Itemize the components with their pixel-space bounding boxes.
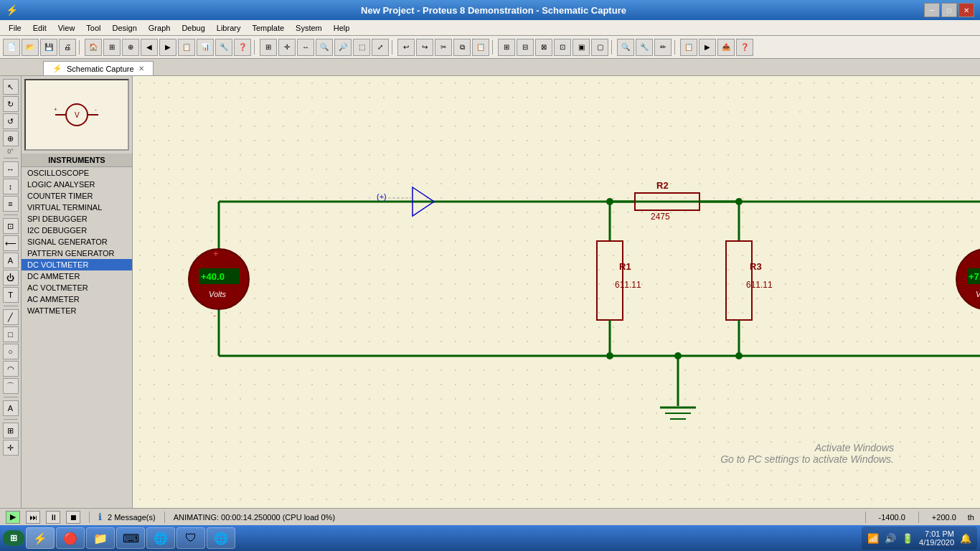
export-btn[interactable]: 📤 — [717, 39, 735, 56]
zoom-fit[interactable]: ⤢ — [372, 39, 389, 56]
help-btn[interactable]: ❓ — [736, 39, 753, 56]
annot-btn[interactable]: ✏ — [654, 39, 672, 56]
cut-btn[interactable]: ✂ — [435, 39, 452, 56]
power-mode[interactable]: ⏻ — [3, 270, 19, 286]
menu-item-view[interactable]: View — [52, 22, 81, 34]
pause-button[interactable]: ⏸ — [46, 511, 60, 524]
taskbar-keyboard[interactable]: ⌨ — [116, 527, 145, 549]
tool2[interactable]: 📊 — [197, 39, 214, 56]
undo-btn[interactable]: ↩ — [397, 39, 415, 56]
instrument-item-signal-generator[interactable]: SIGNAL GENERATOR — [22, 236, 132, 248]
label-mode[interactable]: A — [3, 253, 19, 268]
menu-item-library[interactable]: Library — [211, 22, 247, 34]
rotate-ccw[interactable]: ↺ — [3, 113, 19, 129]
menu-item-tool[interactable]: Tool — [80, 22, 106, 34]
home-button[interactable]: 🏠 — [85, 39, 102, 56]
instrument-item-ac-ammeter[interactable]: AC AMMETER — [22, 293, 132, 305]
instrument-item-wattmeter[interactable]: WATTMETER — [22, 305, 132, 316]
zoom-in[interactable]: 🔍 — [316, 39, 333, 56]
menu-item-edit[interactable]: Edit — [27, 22, 52, 34]
origin-button[interactable]: ⊕ — [122, 39, 139, 56]
move-btn[interactable]: ↔ — [297, 39, 314, 56]
path-tool[interactable]: ⌒ — [3, 378, 19, 394]
maximize-button[interactable]: □ — [941, 3, 957, 17]
schematic-tab[interactable]: ⚡ Schematic Capture ✕ — [43, 61, 154, 75]
block1[interactable]: ⊞ — [498, 39, 515, 56]
instrument-item-spi-debugger[interactable]: SPI DEBUGGER — [22, 213, 132, 225]
zoom-out[interactable]: 🔎 — [334, 39, 352, 56]
menu-item-design[interactable]: Design — [107, 22, 143, 34]
tab-close-button[interactable]: ✕ — [138, 65, 144, 72]
taskbar-explorer[interactable]: 📁 — [86, 527, 115, 549]
block4[interactable]: ⊡ — [554, 39, 571, 56]
start-button[interactable]: ⊞ — [3, 530, 24, 546]
save-button[interactable]: 💾 — [40, 39, 57, 56]
stop-button[interactable]: ⏹ — [66, 511, 80, 524]
grid-view[interactable]: ⊞ — [260, 39, 277, 56]
search-btn[interactable]: 🔍 — [617, 39, 634, 56]
open-button[interactable]: 📂 — [22, 39, 39, 56]
block2[interactable]: ⊟ — [517, 39, 534, 56]
instrument-item-pattern-generator[interactable]: PATTERN GENERATOR — [22, 248, 132, 259]
schematic-canvas[interactable]: R2 2475 R1 611.11 R3 611.11 — [133, 76, 980, 508]
instrument-item-oscilloscope[interactable]: OSCILLOSCOPE — [22, 167, 132, 179]
taskbar-chrome2[interactable]: 🌐 — [207, 527, 235, 549]
instrument-item-logic-analyser[interactable]: LOGIC ANALYSER — [22, 179, 132, 190]
new-button[interactable]: 📄 — [3, 39, 20, 56]
arc-tool[interactable]: ◠ — [3, 361, 19, 377]
bus-mode[interactable]: ≡ — [3, 196, 19, 212]
block3[interactable]: ⊠ — [535, 39, 552, 56]
taskbar-proteus[interactable]: ⚡ — [26, 527, 55, 549]
select-tool[interactable]: ↖ — [3, 79, 19, 95]
menu-item-debug[interactable]: Debug — [176, 22, 210, 34]
block5[interactable]: ▣ — [573, 39, 590, 56]
rect-tool[interactable]: □ — [3, 326, 19, 342]
menu-item-template[interactable]: Template — [246, 22, 290, 34]
prop-btn[interactable]: 🔧 — [636, 39, 653, 56]
step-button[interactable]: ⏭ — [26, 511, 40, 524]
notification-icon[interactable]: 🔔 — [960, 533, 971, 544]
tool1[interactable]: 📋 — [178, 39, 195, 56]
fwd-button[interactable]: ▶ — [159, 39, 176, 56]
minimize-button[interactable]: ─ — [924, 3, 940, 17]
redo-btn[interactable]: ↪ — [416, 39, 433, 56]
zoom-area[interactable]: ⬚ — [353, 39, 370, 56]
instrument-item-i2c-debugger[interactable]: I2C DEBUGGER — [22, 225, 132, 236]
taskbar-shield[interactable]: 🛡 — [176, 527, 205, 549]
symbol-mode[interactable]: ⊞ — [3, 423, 19, 438]
component-mode[interactable]: ⊕ — [3, 131, 19, 146]
back-button[interactable]: ◀ — [141, 39, 158, 56]
wire-mode[interactable]: ⟵ — [3, 235, 19, 251]
netlist-btn[interactable]: 📋 — [680, 39, 697, 56]
probe-tool[interactable]: ⊡ — [3, 218, 19, 234]
instrument-item-virtual-terminal[interactable]: VIRTUAL TERMINAL — [22, 202, 132, 213]
menu-item-system[interactable]: System — [290, 22, 328, 34]
tool3[interactable]: 🔧 — [215, 39, 232, 56]
circle-tool[interactable]: ○ — [3, 344, 19, 359]
instrument-item-counter-timer[interactable]: COUNTER TIMER — [22, 190, 132, 202]
menu-item-help[interactable]: Help — [328, 22, 356, 34]
flip-v[interactable]: ↕ — [3, 179, 19, 194]
menu-item-file[interactable]: File — [3, 22, 27, 34]
text-mode[interactable]: T — [3, 287, 19, 303]
line-tool[interactable]: ╱ — [3, 309, 19, 325]
flip-h[interactable]: ↔ — [3, 161, 19, 177]
taskbar-chrome[interactable]: 🌐 — [146, 527, 175, 549]
grid-button[interactable]: ⊞ — [103, 39, 121, 56]
menu-item-graph[interactable]: Graph — [143, 22, 176, 34]
play-button[interactable]: ▶ — [6, 511, 20, 524]
instrument-item-ac-voltmeter[interactable]: AC VOLTMETER — [22, 282, 132, 293]
instrument-item-dc-ammeter[interactable]: DC AMMETER — [22, 270, 132, 282]
tool4[interactable]: ❓ — [234, 39, 251, 56]
taskbar-opera[interactable]: 🔴 — [56, 527, 85, 549]
add-btn[interactable]: ✛ — [278, 39, 296, 56]
paste-btn[interactable]: 📋 — [472, 39, 489, 56]
copy-btn[interactable]: ⧉ — [453, 39, 471, 56]
block6[interactable]: ▢ — [591, 39, 608, 56]
sim-btn[interactable]: ▶ — [699, 39, 716, 56]
add-tool[interactable]: ✛ — [3, 440, 19, 456]
instrument-item-dc-voltmeter[interactable]: DC VOLTMETER — [22, 259, 132, 270]
print-button[interactable]: 🖨 — [59, 39, 76, 56]
rotate-cw[interactable]: ↻ — [3, 96, 19, 112]
text-tool[interactable]: A — [3, 400, 19, 416]
